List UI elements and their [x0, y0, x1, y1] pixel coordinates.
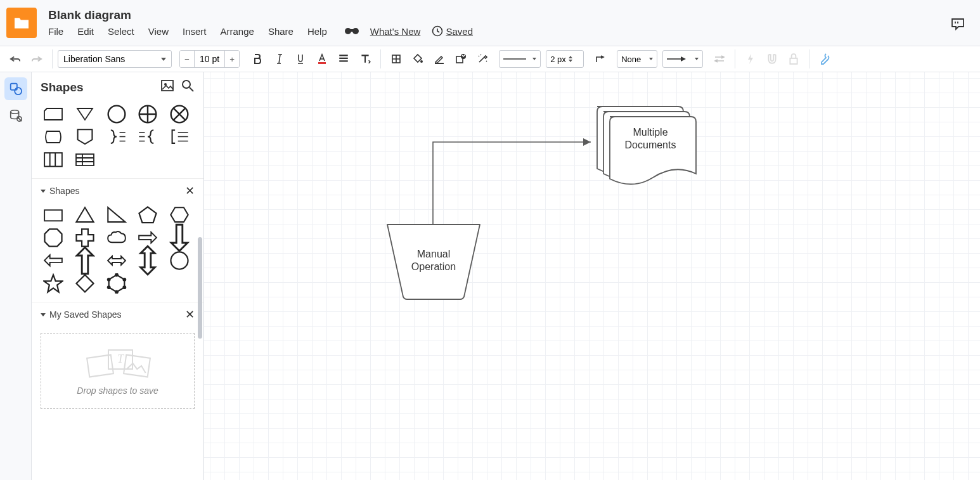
magic-button[interactable]	[472, 49, 493, 69]
svg-rect-23	[44, 153, 62, 166]
canvas[interactable]: Manual Operation Multiple Documents	[204, 72, 980, 480]
font-size-decrease[interactable]: −	[180, 51, 194, 67]
fill-bucket-button[interactable]	[386, 49, 406, 69]
close-icon[interactable]: ✕	[185, 184, 195, 198]
shapes-tab[interactable]	[4, 77, 27, 100]
shape-offpage[interactable]	[75, 129, 95, 145]
node1-label2: Operation	[411, 261, 456, 272]
shape-brace-left[interactable]	[138, 129, 158, 145]
font-family-select[interactable]: Liberation Sans	[58, 50, 172, 68]
shape-note[interactable]	[169, 129, 190, 145]
redo-button[interactable]	[27, 49, 47, 69]
shape-arrow-updown[interactable]	[138, 252, 158, 269]
shape-rectangle[interactable]	[43, 207, 63, 223]
lock-icon[interactable]	[783, 49, 804, 69]
shape-polygon[interactable]	[106, 275, 127, 292]
shape-table[interactable]	[75, 152, 95, 168]
panel-scrollbar[interactable]	[198, 237, 202, 339]
node-multiple-documents[interactable]: Multiple Documents	[597, 107, 696, 185]
main-area: Shapes Shapes ✕	[0, 72, 980, 480]
menu-edit[interactable]: Edit	[77, 26, 94, 37]
underline-button[interactable]	[290, 49, 311, 69]
arrow-start-select[interactable]: None	[617, 50, 657, 68]
align-button[interactable]	[333, 49, 354, 69]
feedback-icon[interactable]	[951, 18, 965, 30]
shape-arrow-right[interactable]	[138, 230, 158, 246]
document-title[interactable]: Blank diagram	[48, 8, 980, 22]
text-color-button[interactable]	[312, 49, 332, 69]
wrench-icon[interactable]	[815, 49, 835, 69]
connector-arrow[interactable]	[433, 138, 591, 224]
shape-brace-right[interactable]	[106, 129, 127, 145]
arrow-end-select[interactable]	[662, 50, 703, 68]
italic-button[interactable]	[269, 49, 289, 69]
shape-octagon[interactable]	[43, 230, 63, 246]
shape-triangle[interactable]	[75, 207, 95, 223]
line-width-stepper[interactable]: 2 px	[546, 50, 584, 68]
node-manual-operation[interactable]: Manual Operation	[387, 224, 480, 299]
shape-hexagon[interactable]	[169, 207, 190, 223]
node2-label1: Multiple	[633, 127, 667, 138]
svg-point-20	[108, 106, 125, 123]
shape-cloud[interactable]	[106, 230, 127, 246]
menu-share[interactable]: Share	[268, 26, 293, 37]
basic-shape-grid	[32, 203, 203, 302]
data-tab[interactable]	[4, 104, 27, 127]
shape-circle[interactable]	[169, 252, 190, 269]
saved-shapes-dropzone[interactable]: T Drop shapes to save	[41, 333, 195, 409]
svg-point-26	[171, 252, 188, 269]
shape-arrow-left[interactable]	[43, 252, 63, 269]
binoculars-icon[interactable]	[345, 25, 359, 38]
shape-display[interactable]	[43, 129, 63, 145]
shape-junction[interactable]	[138, 106, 158, 122]
shape-card[interactable]	[43, 106, 63, 122]
font-size-increase[interactable]: +	[225, 51, 239, 67]
bold-button[interactable]	[247, 49, 268, 69]
svg-rect-36	[124, 355, 150, 377]
text-options-button[interactable]	[355, 49, 375, 69]
font-family-value: Liberation Sans	[63, 54, 125, 64]
shape-arrow-leftright[interactable]	[106, 252, 127, 269]
shape-pentagon[interactable]	[138, 207, 158, 223]
shape-options-button[interactable]	[451, 49, 471, 69]
fill-color-button[interactable]	[408, 49, 428, 69]
shape-right-triangle[interactable]	[106, 207, 127, 223]
shape-diamond[interactable]	[75, 275, 95, 292]
shape-merge[interactable]	[75, 106, 95, 122]
menu-arrange[interactable]: Arrange	[221, 26, 254, 37]
section-shapes-header[interactable]: Shapes ✕	[32, 178, 203, 203]
svg-text:T: T	[117, 353, 124, 365]
menu-bar: File Edit Select View Insert Arrange Sha…	[48, 25, 980, 38]
svg-point-31	[107, 286, 110, 289]
shape-or[interactable]	[106, 106, 127, 122]
node2-label2: Documents	[625, 139, 676, 150]
svg-rect-2	[349, 29, 354, 32]
menu-insert[interactable]: Insert	[183, 26, 207, 37]
swap-direction-button[interactable]	[709, 49, 730, 69]
menu-view[interactable]: View	[148, 26, 169, 37]
shape-arrow-down[interactable]	[169, 230, 190, 246]
shape-cross[interactable]	[75, 230, 95, 246]
section-saved-header[interactable]: My Saved Shapes ✕	[32, 302, 203, 327]
close-icon[interactable]: ✕	[185, 308, 195, 321]
shape-internal-storage[interactable]	[43, 152, 63, 168]
image-icon[interactable]	[154, 79, 174, 96]
font-size-stepper[interactable]: − 10 pt +	[179, 50, 240, 68]
whats-new-link[interactable]: What's New	[370, 26, 421, 37]
shape-arrow-up[interactable]	[75, 252, 95, 269]
border-color-button[interactable]	[429, 49, 449, 69]
shape-summing[interactable]	[169, 106, 190, 122]
magnet-icon[interactable]	[762, 49, 782, 69]
line-routing-button[interactable]	[590, 49, 610, 69]
app-logo[interactable]	[6, 8, 37, 38]
line-style-select[interactable]	[499, 50, 541, 68]
undo-button[interactable]	[5, 49, 25, 69]
search-icon[interactable]	[174, 79, 195, 96]
menu-help[interactable]: Help	[307, 26, 327, 37]
menu-file[interactable]: File	[48, 26, 63, 37]
bolt-icon[interactable]	[740, 49, 761, 69]
shape-star[interactable]	[43, 275, 63, 292]
menu-select[interactable]: Select	[108, 26, 134, 37]
saved-status[interactable]: Saved	[432, 25, 473, 37]
saved-label: Saved	[446, 26, 474, 37]
